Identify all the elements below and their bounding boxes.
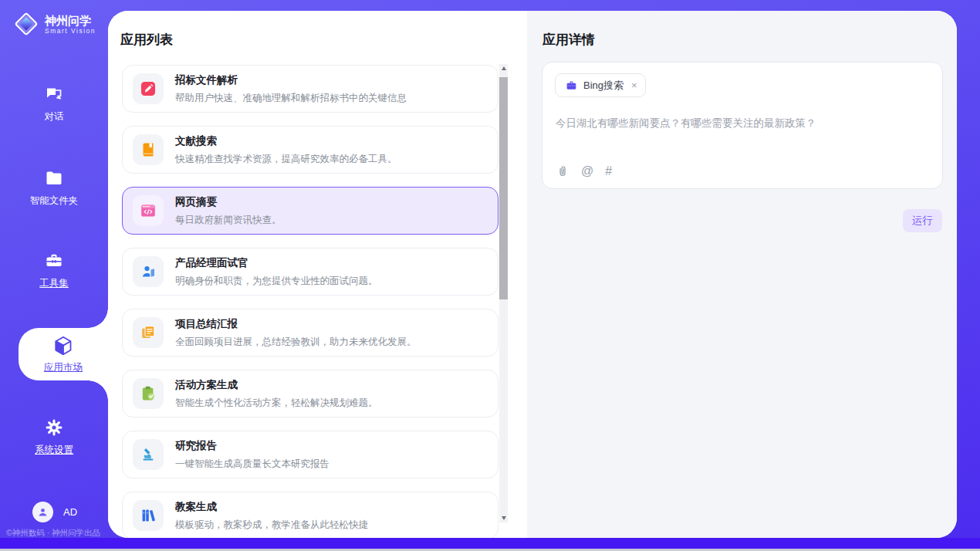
brand: 神州问学 Smart Vision — [12, 10, 96, 38]
content-panel: 应用列表 招标文件解析 帮助用户快速、准确地理解和解析招标书中的关键信息 文献搜… — [108, 11, 957, 538]
scroll-up-arrow-icon[interactable] — [499, 64, 508, 73]
app-card-desc: 智能生成个性化活动方案，轻松解决规划难题。 — [175, 397, 378, 410]
sidebar-item-label: 应用市场 — [44, 361, 83, 374]
app-list-pane: 应用列表 招标文件解析 帮助用户快速、准确地理解和解析招标书中的关键信息 文献搜… — [108, 11, 527, 538]
browser-code-icon — [133, 195, 164, 226]
book-icon — [133, 134, 164, 165]
scrollbar-thumb[interactable] — [499, 77, 508, 299]
app-card-title: 项目总结汇报 — [175, 317, 417, 331]
sidebar-item-app-market[interactable]: 应用市场 — [19, 328, 108, 380]
app-card-title: 招标文件解析 — [175, 73, 407, 87]
app-card-title: 产品经理面试官 — [175, 256, 378, 270]
bottom-accent-bar — [0, 538, 980, 549]
app-card-desc: 快速精准查找学术资源，提高研究效率的必备工具。 — [175, 153, 397, 166]
brand-subtitle: Smart Vision — [45, 27, 96, 35]
app-detail-pane: 应用详情 Bing搜索 × 今日湖北有哪些新闻要点？有哪些需要关注的最新政策？ … — [527, 11, 957, 538]
hash-icon[interactable]: # — [605, 164, 612, 178]
pencil-edit-icon — [133, 73, 164, 104]
close-icon[interactable]: × — [631, 79, 637, 91]
brand-logo-icon — [12, 10, 40, 38]
tool-chip-bing-search[interactable]: Bing搜索 × — [555, 73, 646, 97]
avatar[interactable] — [32, 502, 53, 522]
sidebar-item-system-settings[interactable]: 系统设置 — [0, 417, 108, 457]
app-card-activity-plan[interactable]: 活动方案生成 智能生成个性化活动方案，轻松解决规划难题。 — [122, 370, 498, 417]
brand-name: 神州问学 — [45, 14, 96, 27]
sidebar-item-toolset[interactable]: 工具集 — [0, 250, 108, 290]
clipboard-check-icon — [133, 378, 164, 409]
cube-icon — [52, 334, 75, 357]
tool-chip-label: Bing搜索 — [583, 79, 623, 93]
folder-icon — [43, 167, 65, 189]
books-icon — [133, 500, 164, 531]
app-card-title: 研究报告 — [175, 439, 329, 453]
app-card-title: 教案生成 — [175, 500, 368, 514]
app-card-desc: 一键智能生成高质量长文本研究报告 — [175, 458, 329, 471]
sidebar-item-smart-folder[interactable]: 智能文件夹 — [0, 167, 108, 208]
app-card-desc: 明确身份和职责，为您提供专业性的面试问题。 — [175, 275, 378, 288]
app-card-web-summary[interactable]: 网页摘要 每日政府新闻资讯快查。 — [122, 187, 498, 235]
user-row[interactable]: AD — [32, 502, 77, 522]
app-card-pm-interviewer[interactable]: 产品经理面试官 明确身份和职责，为您提供专业性的面试问题。 — [122, 248, 498, 296]
sidebar-item-chat[interactable]: 对话 — [0, 83, 108, 123]
paperclip-icon[interactable] — [556, 164, 569, 178]
app-window: 神州问学 Smart Vision 对话 智能文件夹 工具集 — [0, 0, 980, 551]
notes-icon — [133, 317, 164, 348]
prompt-input[interactable]: 今日湖北有哪些新闻要点？有哪些需要关注的最新政策？ — [556, 117, 926, 130]
user-icon — [36, 505, 49, 519]
sidebar-item-label: 工具集 — [39, 277, 69, 290]
app-card-research-report[interactable]: 研究报告 一键智能生成高质量长文本研究报告 — [122, 431, 498, 478]
composer-card: Bing搜索 × 今日湖北有哪些新闻要点？有哪些需要关注的最新政策？ @ # — [542, 62, 943, 189]
chat-icon — [43, 83, 65, 105]
app-detail-title: 应用详情 — [542, 31, 595, 49]
sidebar: 神州问学 Smart Vision 对话 智能文件夹 工具集 — [0, 0, 108, 549]
app-card-title: 活动方案生成 — [175, 378, 378, 392]
interviewer-icon — [133, 256, 164, 287]
app-list-title: 应用列表 — [120, 31, 173, 49]
app-card-bid-parse[interactable]: 招标文件解析 帮助用户快速、准确地理解和解析招标书中的关键信息 — [122, 65, 498, 113]
toolbox-icon — [43, 250, 65, 272]
microscope-icon — [133, 439, 164, 470]
mention-icon[interactable]: @ — [581, 164, 593, 178]
app-card-desc: 模板驱动，教案秒成，教学准备从此轻松快捷 — [175, 519, 368, 532]
app-card-title: 网页摘要 — [175, 195, 282, 209]
app-list: 招标文件解析 帮助用户快速、准确地理解和解析招标书中的关键信息 文献搜索 快速精… — [122, 65, 498, 538]
gear-icon — [43, 417, 65, 438]
scroll-down-arrow-icon[interactable] — [499, 514, 508, 522]
sidebar-footer: ©神州数码 · 神州问学出品 — [6, 528, 110, 539]
app-card-project-summary[interactable]: 项目总结汇报 全面回顾项目进展，总结经验教训，助力未来优化发展。 — [122, 309, 498, 357]
briefcase-icon — [565, 79, 578, 92]
app-card-desc: 帮助用户快速、准确地理解和解析招标书中的关键信息 — [175, 92, 407, 105]
app-card-lesson-plan[interactable]: 教案生成 模板驱动，教案秒成，教学准备从此轻松快捷 — [122, 492, 498, 538]
sidebar-item-label: 对话 — [45, 110, 64, 123]
app-card-title: 文献搜索 — [175, 134, 397, 148]
app-card-desc: 每日政府新闻资讯快查。 — [175, 214, 282, 227]
run-button[interactable]: 运行 — [903, 209, 942, 232]
sidebar-item-label: 智能文件夹 — [30, 194, 79, 208]
app-card-doc-search[interactable]: 文献搜索 快速精准查找学术资源，提高研究效率的必备工具。 — [122, 126, 498, 174]
scrollbar[interactable] — [499, 64, 508, 522]
app-card-desc: 全面回顾项目进展，总结经验教训，助力未来优化发展。 — [175, 336, 417, 349]
composer-toolbar: @ # — [556, 164, 612, 178]
user-label: AD — [63, 506, 77, 518]
sidebar-item-label: 系统设置 — [35, 444, 73, 457]
